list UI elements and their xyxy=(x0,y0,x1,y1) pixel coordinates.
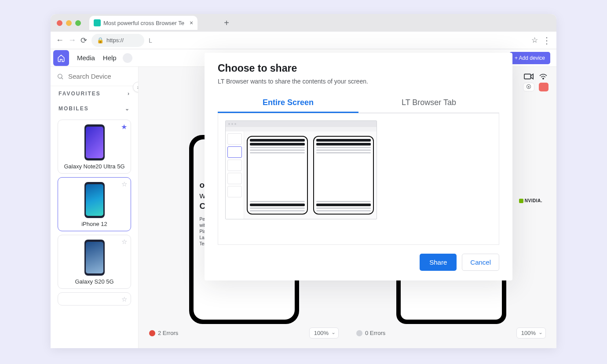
home-icon xyxy=(57,54,65,62)
notification-badge[interactable] xyxy=(123,53,132,63)
lock-icon: 🔒 xyxy=(97,37,104,44)
svg-point-4 xyxy=(58,74,62,78)
favourites-label: FAVOURITES xyxy=(59,91,101,97)
favourite-star-icon[interactable]: ☆ xyxy=(121,180,127,188)
share-modal: Choose to share LT Browser wants to shar… xyxy=(205,53,512,280)
camera-icon[interactable] xyxy=(524,73,534,80)
screen-thumbnail[interactable] xyxy=(225,120,377,219)
tab-strip: Most powerful cross Browser Te × + xyxy=(51,14,556,32)
media-link[interactable]: Media xyxy=(77,54,95,62)
favourites-section[interactable]: FAVOURITES › xyxy=(51,86,138,101)
favourite-star-icon[interactable]: ☆ xyxy=(121,238,127,246)
modal-subtitle: LT Browser wants to share the contents o… xyxy=(218,78,499,85)
reload-button[interactable]: ⟳ xyxy=(80,36,87,45)
new-tab-button[interactable]: + xyxy=(224,18,229,28)
search-row xyxy=(51,67,138,86)
help-link[interactable]: Help xyxy=(103,54,117,62)
minimize-window-icon[interactable] xyxy=(66,20,72,26)
device-card-galaxy-s20[interactable]: ☆ Galaxy S20 5G xyxy=(58,235,131,289)
share-button[interactable]: Share xyxy=(420,254,457,271)
device-card-galaxy-note20[interactable]: ★ Galaxy Note20 Ultra 5G xyxy=(58,120,131,174)
viewport-footer: 2 Errors 100% xyxy=(145,324,343,342)
device-card-iphone12[interactable]: ☆ iPhone 12 xyxy=(58,177,131,231)
address-bar[interactable]: 🔒 https:// xyxy=(91,34,144,47)
search-icon xyxy=(57,73,64,80)
modal-title: Choose to share xyxy=(218,62,499,74)
search-input[interactable] xyxy=(68,73,121,80)
chevron-down-icon: ⌄ xyxy=(125,106,130,112)
viewport-footer: 0 Errors 100% xyxy=(352,324,550,342)
device-card-next[interactable]: ☆ xyxy=(58,292,131,306)
error-count[interactable]: 0 Errors xyxy=(356,330,385,337)
bookmark-icon[interactable]: ☆ xyxy=(531,36,538,45)
zoom-select[interactable]: 100% xyxy=(516,328,546,339)
chevron-right-icon: › xyxy=(128,91,130,97)
favicon-icon xyxy=(94,19,101,26)
add-device-button[interactable]: + Add device xyxy=(509,52,550,64)
nvidia-badge: NVIDIA. xyxy=(519,198,542,203)
window-controls xyxy=(57,20,81,26)
zoom-select[interactable]: 100% xyxy=(309,328,339,339)
favourite-star-icon[interactable]: ★ xyxy=(121,123,127,131)
svg-point-8 xyxy=(543,78,544,79)
error-count[interactable]: 2 Errors xyxy=(149,330,178,337)
modal-actions: Share Cancel xyxy=(218,254,499,271)
forward-button[interactable]: → xyxy=(68,36,76,45)
tab-title: Most powerful cross Browser Te xyxy=(103,20,184,26)
chip-icon[interactable]: ⦿ xyxy=(523,83,534,91)
mobiles-label: MOBILES xyxy=(59,106,89,112)
device-name: Galaxy S20 5G xyxy=(62,278,127,285)
device-name: Galaxy Note20 Ultra 5G xyxy=(62,163,127,170)
browser-window: Most powerful cross Browser Te × + ← → ⟳… xyxy=(51,14,556,348)
favourite-star-icon[interactable]: ☆ xyxy=(121,295,127,303)
url-scheme: https:// xyxy=(106,37,124,44)
cancel-button[interactable]: Cancel xyxy=(462,254,499,271)
more-menu-icon[interactable]: ⋮ xyxy=(542,35,551,46)
close-window-icon[interactable] xyxy=(57,20,62,26)
device-name: iPhone 12 xyxy=(62,221,127,227)
screen-preview-area xyxy=(218,113,499,245)
close-chip[interactable] xyxy=(539,83,548,91)
tab-browser-tab[interactable]: LT Browser Tab xyxy=(358,94,499,113)
modal-tabs: Entire Screen LT Browser Tab xyxy=(218,94,499,113)
browser-toolbar: ← → ⟳ 🔒 https:// L ☆ ⋮ xyxy=(51,32,556,49)
maximize-window-icon[interactable] xyxy=(75,20,81,26)
mobiles-section[interactable]: MOBILES ⌄ xyxy=(51,101,138,116)
tab-entire-screen[interactable]: Entire Screen xyxy=(218,94,358,113)
home-button[interactable] xyxy=(53,50,69,66)
sidebar: › FAVOURITES › MOBILES ⌄ ★ Galaxy Note20… xyxy=(51,67,139,348)
wifi-icon[interactable] xyxy=(539,73,548,80)
url-rest: L xyxy=(149,37,152,44)
back-button[interactable]: ← xyxy=(56,36,64,45)
svg-rect-7 xyxy=(524,74,531,79)
close-tab-icon[interactable]: × xyxy=(190,19,193,26)
browser-tab[interactable]: Most powerful cross Browser Te × xyxy=(89,16,197,30)
